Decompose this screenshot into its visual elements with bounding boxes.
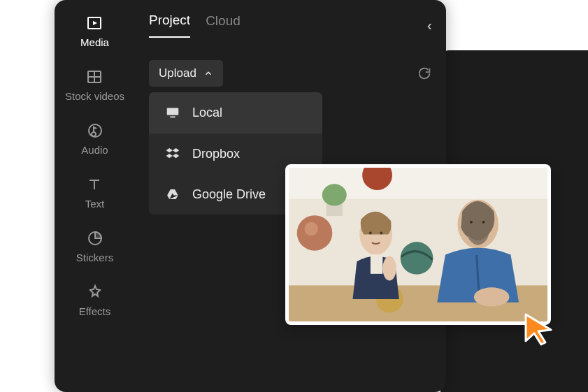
google-drive-icon (164, 187, 181, 202)
dropbox-icon (164, 146, 181, 161)
tabs: Project Cloud ‹‹ (149, 13, 432, 38)
stickers-icon (86, 229, 104, 247)
svg-point-24 (369, 232, 372, 235)
sidebar-label: Stickers (76, 252, 113, 263)
media-thumbnail[interactable] (285, 164, 551, 325)
svg-point-26 (470, 221, 473, 224)
sidebar-label: Effects (79, 305, 111, 317)
sidebar-label: Media (80, 36, 109, 48)
cursor-icon (522, 312, 557, 347)
toolbar: Upload (149, 60, 432, 87)
dropdown-item-local[interactable]: Local (149, 92, 322, 133)
effects-icon (86, 283, 104, 301)
sidebar-item-text[interactable]: Text (85, 175, 105, 210)
local-icon (164, 105, 181, 120)
upload-label: Upload (159, 66, 196, 80)
svg-point-16 (401, 242, 433, 275)
svg-marker-1 (93, 21, 97, 25)
dropdown-label: Local (192, 106, 222, 120)
text-icon (85, 175, 103, 194)
media-icon (85, 14, 103, 32)
sidebar-item-stock-videos[interactable]: Stock videos (65, 68, 124, 102)
sidebar-item-stickers[interactable]: Stickers (76, 229, 113, 263)
audio-icon (86, 122, 104, 140)
svg-point-23 (382, 256, 396, 281)
sidebar-label: Audio (81, 144, 108, 156)
svg-point-13 (322, 184, 347, 205)
svg-point-27 (482, 221, 485, 224)
upload-button[interactable]: Upload (149, 60, 223, 87)
tab-project[interactable]: Project (149, 13, 190, 38)
sidebar: Media Stock videos Audio Text Stickers (55, 0, 135, 392)
svg-point-20 (474, 287, 510, 306)
svg-rect-8 (170, 117, 175, 118)
sidebar-item-audio[interactable]: Audio (81, 122, 108, 156)
sidebar-label: Stock videos (65, 90, 124, 102)
refresh-icon[interactable] (417, 66, 432, 81)
svg-rect-22 (371, 255, 383, 274)
dropdown-label: Google Drive (192, 187, 266, 202)
dropdown-label: Dropbox (192, 147, 240, 161)
chevron-up-icon (203, 68, 213, 82)
collapse-panel-icon[interactable]: ‹‹ (427, 17, 432, 34)
sidebar-label: Text (85, 198, 105, 210)
svg-rect-7 (167, 108, 179, 115)
svg-point-15 (304, 222, 317, 235)
tab-cloud[interactable]: Cloud (206, 13, 241, 37)
sidebar-item-effects[interactable]: Effects (79, 283, 111, 317)
svg-point-25 (380, 232, 382, 235)
stock-videos-icon (85, 68, 103, 86)
sidebar-item-media[interactable]: Media (80, 14, 109, 48)
